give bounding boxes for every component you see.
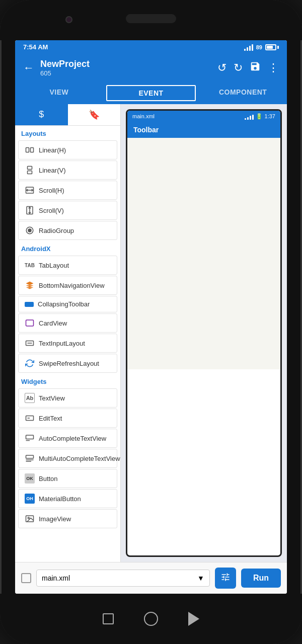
recent-apps-button[interactable] <box>103 613 114 624</box>
cardview-label: CardView <box>39 319 67 327</box>
app-header: ← NewProject 605 ↺ ↻ ⋮ <box>15 54 287 82</box>
preview-status-bar: main.xml 🔋 1:37 <box>127 111 280 122</box>
preview-toolbar: Toolbar <box>127 122 280 138</box>
list-item-scroll-h[interactable]: Scroll(H) <box>18 181 117 200</box>
list-item-edittext[interactable]: EditText <box>18 409 117 428</box>
list-item-multiauto[interactable]: MultiAutoCompleteTextView <box>18 449 117 468</box>
save-button[interactable] <box>250 61 261 75</box>
list-item-bottomnav[interactable]: BottomNavigationView <box>18 276 117 295</box>
list-item-scroll-v[interactable]: Scroll(V) <box>18 201 117 220</box>
scroll-h-label: Scroll(H) <box>39 187 64 194</box>
battery-tip <box>277 46 279 49</box>
svg-rect-15 <box>26 435 34 439</box>
preview-time: 1:37 <box>265 113 275 119</box>
imageview-icon <box>25 514 35 524</box>
list-item-materialbutton[interactable]: OH MaterialButton <box>18 489 117 508</box>
multiauto-icon <box>25 453 35 463</box>
dropdown-arrow-icon: ▼ <box>197 574 204 582</box>
bookmark-icon: 🔖 <box>89 110 100 120</box>
list-item-radiogroup[interactable]: RadioGroup <box>18 221 117 240</box>
materialbutton-label: MaterialButton <box>39 495 81 503</box>
svg-rect-1 <box>31 148 34 152</box>
preview-content <box>127 138 280 369</box>
scroll-v-label: Scroll(V) <box>39 207 64 214</box>
status-time: 7:54 AM <box>23 43 48 51</box>
tab-bar: VIEW EVENT COMPONENT <box>15 82 287 104</box>
sidebar: $ 🔖 Layouts Linear(H) <box>15 104 121 562</box>
list-item-swiperefresh[interactable]: SwipeRefreshLayout <box>18 354 117 373</box>
back-nav-button[interactable] <box>188 612 199 626</box>
button-icon: OK <box>25 473 35 484</box>
signal-bar-3 <box>249 46 251 51</box>
tab-component[interactable]: COMPONENT <box>199 82 287 104</box>
list-item-linear-h[interactable]: Linear(H) <box>18 140 117 159</box>
run-button[interactable]: Run <box>241 569 281 588</box>
svg-point-21 <box>28 517 29 519</box>
tablayout-icon: TAB <box>25 260 35 270</box>
autocomplete-icon <box>25 433 35 443</box>
settings-icon <box>220 572 231 585</box>
list-item-textinputlayout[interactable]: TextInputLayout <box>18 334 117 353</box>
list-item-button[interactable]: OK Button <box>18 469 117 488</box>
bottomnav-label: BottomNavigationView <box>39 282 105 289</box>
project-info: NewProject 605 <box>40 59 211 77</box>
list-item-tablayout[interactable]: TAB TabLayout <box>18 256 117 275</box>
svg-rect-0 <box>26 148 29 152</box>
linear-v-label: Linear(V) <box>39 167 65 174</box>
list-item-cardview[interactable]: CardView <box>18 313 117 333</box>
battery-fill <box>267 46 273 49</box>
sidebar-tab-palette[interactable]: $ <box>15 104 68 125</box>
textview-label: TextView <box>39 394 65 402</box>
battery-body <box>265 44 276 50</box>
file-selector[interactable]: main.xml ▼ <box>36 570 210 587</box>
preview-signal-icon <box>245 113 254 120</box>
undo-button[interactable]: ↺ <box>217 61 226 74</box>
svg-rect-17 <box>26 455 34 458</box>
materialbutton-icon: OH <box>25 494 35 504</box>
svg-rect-10 <box>26 320 34 326</box>
status-right: 89 <box>244 44 279 51</box>
signal-bar-4 <box>252 44 253 51</box>
speaker <box>126 14 176 23</box>
list-item-collapsingtoolbar[interactable]: CollapsingToolbar <box>18 296 117 312</box>
sidebar-tabs: $ 🔖 <box>15 104 120 126</box>
tab-event[interactable]: EVENT <box>106 85 196 101</box>
status-bar: 7:54 AM 89 <box>15 40 287 54</box>
bottomnav-icon <box>25 280 35 290</box>
more-menu-button[interactable]: ⋮ <box>268 61 279 74</box>
list-item-linear-v[interactable]: Linear(V) <box>18 160 117 180</box>
phone-bottom-bar <box>0 594 302 644</box>
file-selector-label: main.xml <box>42 574 70 582</box>
section-widgets: Widgets <box>15 374 120 387</box>
redo-button[interactable]: ↻ <box>234 61 243 74</box>
edittext-icon <box>25 413 35 423</box>
textview-icon: Ab <box>25 393 35 403</box>
settings-button[interactable] <box>215 568 236 589</box>
preview-battery-icon: 🔋 <box>256 113 263 120</box>
collapsingtoolbar-label: CollapsingToolbar <box>38 300 90 308</box>
signal-bars-icon <box>244 44 253 51</box>
preview-area: main.xml 🔋 1:37 <box>121 104 287 562</box>
signal-bar-2 <box>247 47 248 51</box>
tab-view[interactable]: VIEW <box>15 82 103 104</box>
linear-h-icon <box>25 145 35 155</box>
home-button[interactable] <box>144 612 158 626</box>
section-layouts: Layouts <box>15 126 120 139</box>
collapsingtoolbar-icon <box>25 302 34 307</box>
palette-icon: $ <box>39 109 44 119</box>
camera <box>65 16 72 23</box>
list-item-autocomplete[interactable]: AutoCompleteTextView <box>18 429 117 448</box>
preview-status-right: 🔋 1:37 <box>245 113 275 120</box>
phone-top-bar <box>0 0 302 40</box>
list-item-imageview[interactable]: ImageView <box>18 509 117 528</box>
phone-frame: 7:54 AM 89 <box>0 0 302 644</box>
svg-point-9 <box>28 229 31 232</box>
svg-rect-3 <box>28 171 32 174</box>
back-button[interactable]: ← <box>23 61 34 74</box>
list-item-textview[interactable]: Ab TextView <box>18 388 117 408</box>
file-checkbox[interactable] <box>21 573 31 583</box>
radiogroup-label: RadioGroup <box>39 227 74 234</box>
imageview-label: ImageView <box>39 515 71 523</box>
cardview-icon <box>25 318 35 328</box>
sidebar-tab-bookmark[interactable]: 🔖 <box>68 104 121 125</box>
